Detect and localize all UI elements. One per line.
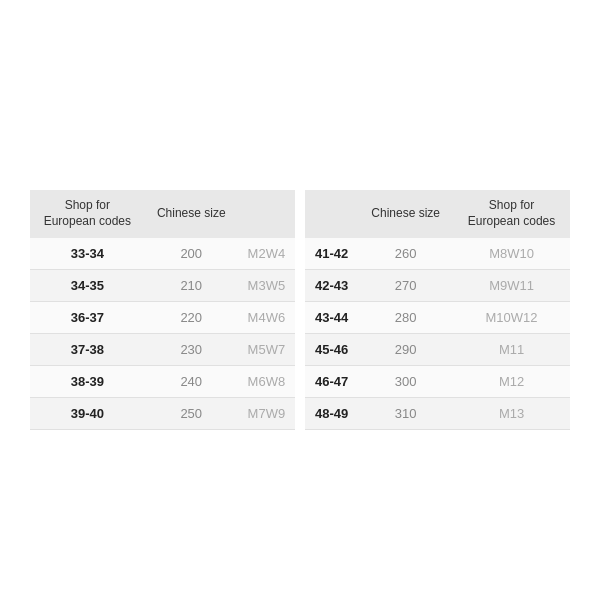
right-table-row: 45-46 290 M11	[305, 333, 570, 365]
left-code-cell: M7W9	[238, 397, 295, 429]
left-header-code	[238, 190, 295, 237]
tables-container: Shop forEuropean codes Chinese size 33-3…	[30, 190, 570, 429]
right-eu-cell: 43-44	[305, 301, 358, 333]
left-table-row: 34-35 210 M3W5	[30, 269, 295, 301]
left-eu-cell: 33-34	[30, 238, 145, 270]
left-code-cell: M5W7	[238, 333, 295, 365]
left-code-cell: M3W5	[238, 269, 295, 301]
left-chinese-cell: 220	[145, 301, 238, 333]
left-chinese-cell: 200	[145, 238, 238, 270]
right-table-row: 48-49 310 M13	[305, 397, 570, 429]
left-eu-cell: 36-37	[30, 301, 145, 333]
left-chinese-cell: 230	[145, 333, 238, 365]
left-code-cell: M6W8	[238, 365, 295, 397]
right-chinese-cell: 270	[358, 269, 453, 301]
page-wrapper: Shop forEuropean codes Chinese size 33-3…	[20, 150, 580, 449]
left-table-row: 33-34 200 M2W4	[30, 238, 295, 270]
right-eu-cell: 41-42	[305, 238, 358, 270]
left-eu-cell: 34-35	[30, 269, 145, 301]
right-eu-cell: 45-46	[305, 333, 358, 365]
left-chinese-cell: 240	[145, 365, 238, 397]
right-eu-cell: 48-49	[305, 397, 358, 429]
right-chinese-cell: 260	[358, 238, 453, 270]
left-table-wrapper: Shop forEuropean codes Chinese size 33-3…	[30, 190, 295, 429]
left-code-cell: M4W6	[238, 301, 295, 333]
right-code-cell: M8W10	[453, 238, 570, 270]
left-table-row: 37-38 230 M5W7	[30, 333, 295, 365]
left-header-chinese: Chinese size	[145, 190, 238, 237]
left-eu-cell: 37-38	[30, 333, 145, 365]
right-header-chinese: Chinese size	[358, 190, 453, 237]
right-header-eu	[305, 190, 358, 237]
right-chinese-cell: 300	[358, 365, 453, 397]
left-chinese-cell: 250	[145, 397, 238, 429]
right-header-code: Shop forEuropean codes	[453, 190, 570, 237]
left-table-row: 36-37 220 M4W6	[30, 301, 295, 333]
left-table-row: 38-39 240 M6W8	[30, 365, 295, 397]
right-table-row: 41-42 260 M8W10	[305, 238, 570, 270]
right-chinese-cell: 280	[358, 301, 453, 333]
right-table-wrapper: Chinese size Shop forEuropean codes 41-4…	[305, 190, 570, 429]
right-table-row: 46-47 300 M12	[305, 365, 570, 397]
left-eu-cell: 38-39	[30, 365, 145, 397]
right-eu-cell: 46-47	[305, 365, 358, 397]
left-size-table: Shop forEuropean codes Chinese size 33-3…	[30, 190, 295, 429]
right-table-row: 43-44 280 M10W12	[305, 301, 570, 333]
right-eu-cell: 42-43	[305, 269, 358, 301]
left-header-eu: Shop forEuropean codes	[30, 190, 145, 237]
left-eu-cell: 39-40	[30, 397, 145, 429]
right-size-table: Chinese size Shop forEuropean codes 41-4…	[305, 190, 570, 429]
right-chinese-cell: 310	[358, 397, 453, 429]
left-code-cell: M2W4	[238, 238, 295, 270]
right-code-cell: M10W12	[453, 301, 570, 333]
right-chinese-cell: 290	[358, 333, 453, 365]
right-code-cell: M11	[453, 333, 570, 365]
left-chinese-cell: 210	[145, 269, 238, 301]
right-code-cell: M9W11	[453, 269, 570, 301]
right-table-row: 42-43 270 M9W11	[305, 269, 570, 301]
right-code-cell: M12	[453, 365, 570, 397]
left-table-row: 39-40 250 M7W9	[30, 397, 295, 429]
right-code-cell: M13	[453, 397, 570, 429]
